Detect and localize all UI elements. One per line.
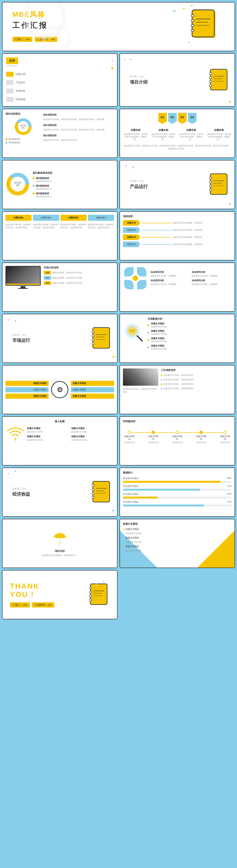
overview-bg-title: 项目背景说明 [43, 113, 114, 117]
wifi-items: 标题文本预设 此处填写文字内容 标题文本预设 此处填写文字内容 标题文本预设 此… [27, 427, 114, 442]
agenda-slide: 目录 CONTENTS 结项介绍 产品运行 市场分析 经济效益 [2, 53, 117, 107]
svg-rect-41 [96, 337, 105, 337]
progress-item-1: 申业绩关木预站 90% [123, 477, 232, 483]
gear-left-items: 标题文本预设 标题文本预设 标题文本预设 [5, 381, 49, 399]
thankyou-slide: THANK YOU ! 汇报人：xxx 汇报时间：xxx + [2, 570, 117, 619]
svg-rect-56 [96, 493, 106, 494]
agenda-subtitle: CONTENTS [6, 65, 58, 67]
donut-item1: 项目数据说明 此处填写内容文字 [33, 177, 114, 183]
svg-rect-61 [89, 599, 92, 601]
part02-divider-slide: + PART 02 产品运行 [120, 160, 235, 209]
step-col-1: 步骤名称 此处填写文字内容，此处填写文字内容说明，详细说明。 [123, 126, 149, 143]
svg-rect-38 [92, 339, 94, 341]
svg-rect-13 [209, 85, 212, 86]
process-arrows-slide: 流程说明 标题文本 此处填写文字内容说明，详情内容。 标题文本 此处填写文字内容… [120, 211, 235, 260]
svg-rect-36 [92, 331, 94, 333]
svg-rect-9 [210, 69, 227, 90]
step-flag-1: 01 [158, 113, 167, 124]
steps-banner-row: 01 02 03 04 [123, 112, 232, 125]
flow-box-2: 步骤名称2 [33, 215, 59, 221]
flow-detail-1: 此处填写文字内容，此处填写文字内容，此处填写内容。 [5, 223, 32, 229]
thankyou-line1: THANK [10, 582, 54, 590]
svg-rect-3 [191, 20, 194, 22]
svg-rect-28 [209, 177, 212, 179]
svg-rect-8 [195, 25, 209, 26]
agenda-item-1: 结项介绍 [6, 71, 58, 78]
svg-rect-57 [90, 584, 107, 604]
wifi-title: 输入标题 [5, 420, 114, 423]
progress-slide: 数据统计 申业绩关木预站 90% 申业绩关木预站 71% [120, 467, 235, 517]
thankyou-deco: + [87, 582, 110, 608]
wifi-slide: 输入标题 标题文本预设 此处填写文字内容 [2, 416, 117, 466]
part04-label: PART 04 [12, 487, 90, 490]
thankyou-badge2: 汇报时间：xxx [32, 602, 55, 608]
svg-point-19 [19, 123, 27, 131]
donut-item2: 项目数据说明 此处填写内容文字 [33, 184, 114, 190]
photo-left: 此处填写文字内容，此处填写文字内容说明。 [123, 368, 158, 394]
monitor-right: 市场分析说明 分析 标题文本预设，此处填写文字内容。 分析 标题文本预设，此处填… [44, 266, 114, 289]
svg-rect-52 [92, 493, 94, 494]
svg-rect-29 [209, 181, 212, 183]
agenda-item-4: 经济效益 [6, 96, 58, 102]
svg-rect-62 [93, 590, 104, 591]
svg-rect-5 [191, 30, 194, 32]
cover-notebook-icon [188, 7, 220, 43]
svg-rect-6 [195, 19, 210, 20]
part03-title: 市场运行 [12, 337, 90, 343]
zigzag-item3: 标题文本预设 [123, 545, 232, 548]
svg-rect-63 [93, 593, 102, 594]
overview-item1: 项目数据说明 [5, 138, 41, 141]
svg-rect-54 [96, 488, 107, 489]
svg-text:说明: 说明 [16, 184, 20, 186]
donut-slide: 项目背景 说明 项目整体情况说明 项目数据说明 此处填写内容文字 [2, 160, 117, 209]
flow-detail-4: 此处填写文字内容，此处填写文字内容，此处填写内容。 [88, 223, 114, 229]
svg-rect-59 [89, 591, 92, 593]
step-col-3: 步骤名称 此处填写文字内容，此处填写文字内容说明，详细说明。 [178, 126, 204, 143]
agenda-tab: 目录 [6, 57, 18, 64]
monitor-left [5, 266, 41, 289]
part01-divider-slide: + PART 01 项目介绍 [120, 53, 235, 107]
thankyou-line2: YOU ! [10, 590, 54, 599]
progress-title: 数据统计 [123, 471, 232, 474]
svg-text:项目背景: 项目背景 [14, 182, 21, 184]
svg-rect-37 [92, 335, 94, 337]
gear-icon: ⚙ [51, 381, 69, 398]
magnifier-icon [123, 322, 145, 345]
part02-title: 产品运行 [130, 184, 207, 189]
svg-rect-34 [213, 185, 223, 186]
svg-text:说明: 说明 [22, 127, 25, 129]
svg-rect-14 [213, 76, 224, 76]
agenda-item-2: 产品运行 [6, 80, 58, 86]
svg-rect-49 [93, 481, 110, 502]
step-col-2: 步骤名称 此处填写文字内容，此处填写文字内容说明，详细说明。 [150, 126, 177, 143]
part01-label: PART 01 [130, 75, 207, 78]
process-title: 流程说明 [123, 215, 232, 218]
process-row-2: 标题文本 此处填写文字内容说明，详情内容。 [123, 227, 232, 233]
svg-rect-33 [213, 183, 222, 184]
tl-item-2: 标题文本预设 此处填写内容 [148, 431, 158, 444]
overview-bg-title3: 项目背景说明 [43, 134, 114, 137]
step-flag-4: 04 [188, 113, 196, 124]
flow-boxes-row: 步骤名称1 步骤名称2 步骤名称3 步骤名称4 [5, 215, 114, 221]
svg-rect-10 [209, 73, 212, 74]
svg-rect-15 [213, 79, 222, 79]
overview-slide: 项目总体情况 项目背景 说明 [2, 109, 117, 158]
gear-right-items: 标题文本预设 标题文本预设 标题文本预设 [71, 381, 114, 399]
tl-item-3: 标题文本预设 此处填写内容 [172, 431, 182, 444]
thankyou-badges: 汇报人：xxx 汇报时间：xxx [10, 602, 54, 608]
step-flag-2: 02 [168, 113, 177, 124]
svg-rect-35 [93, 328, 110, 348]
overview-title: 项目总体情况 [5, 112, 41, 116]
svg-rect-31 [209, 189, 212, 191]
monitor-slide: 市场分析说明 分析 标题文本预设，此处填写文字内容。 分析 标题文本预设，此处填… [2, 262, 117, 312]
umbrella-slide: ☂ 项目总结 此处填写文字内容说明，详情内容文字。 [2, 519, 117, 568]
svg-rect-64 [93, 595, 103, 596]
photo-right: 工作成效说明 此处填写文字内容，此处填写说明。 此处填写文字内容，此处填写说明。… [161, 368, 232, 394]
step-col-4: 步骤名称 此处填写文字内容，此处填写文字内容说明，详细说明。 [206, 126, 232, 143]
agenda-item-3: 市场分析 [6, 88, 58, 94]
magnifier-content: 市场数据分析 标题文本预设 此处填写文字内容 标题文本预设 此处填写文字内 [148, 317, 232, 350]
reporter-badge: 汇报人：xxx [12, 37, 32, 42]
svg-rect-60 [89, 595, 92, 597]
part03-divider-slide: + PART 03 市场运行 [2, 314, 117, 363]
overview-bg-title2: 项目背景说明 [43, 124, 114, 127]
